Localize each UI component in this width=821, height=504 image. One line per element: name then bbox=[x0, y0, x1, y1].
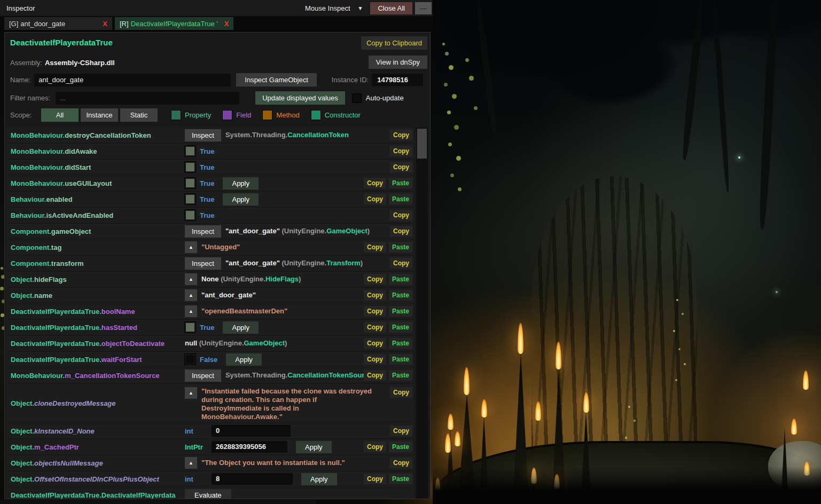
legend-label: Constructor bbox=[325, 111, 361, 119]
apply-button[interactable]: Apply bbox=[301, 473, 337, 485]
row-buttons: CopyPaste bbox=[364, 194, 412, 204]
copy-button[interactable]: Copy bbox=[364, 290, 386, 301]
value-checkbox[interactable] bbox=[185, 194, 196, 204]
value-input[interactable]: 8 bbox=[212, 473, 293, 485]
expand-arrow-icon[interactable]: ▲ bbox=[185, 387, 197, 399]
copy-button[interactable]: Copy bbox=[364, 338, 386, 349]
member-name: gameObject bbox=[51, 227, 91, 235]
close-tab-icon[interactable]: X bbox=[103, 20, 107, 28]
copy-button[interactable]: Copy bbox=[364, 274, 386, 285]
copy-to-clipboard-button[interactable]: Copy to Clipboard bbox=[361, 36, 427, 50]
apply-button[interactable]: Apply bbox=[226, 353, 262, 366]
declaring-class: Object. bbox=[11, 292, 34, 300]
member-name: objectToDeactivate bbox=[101, 340, 165, 348]
inspect-gameobject-button[interactable]: Inspect GameObject bbox=[236, 73, 317, 86]
apply-button[interactable]: Apply bbox=[223, 177, 259, 190]
inspect-button[interactable]: Inspect bbox=[185, 225, 221, 238]
close-tab-icon[interactable]: X bbox=[224, 20, 229, 28]
close-all-button[interactable]: Close All bbox=[370, 2, 412, 14]
paste-button[interactable]: Paste bbox=[389, 178, 412, 188]
evaluate-button[interactable]: Evaluate bbox=[185, 489, 231, 500]
mouse-inspect-dropdown[interactable]: Mouse Inspect ▼ bbox=[305, 4, 363, 12]
copy-button[interactable]: Copy bbox=[390, 426, 412, 436]
copy-button[interactable]: Copy bbox=[364, 442, 386, 452]
declaring-class: Component. bbox=[11, 227, 51, 235]
member-row: DeactivateIfPlayerdataTrue.boolName▲"ope… bbox=[6, 304, 414, 319]
value-checkbox[interactable] bbox=[185, 178, 196, 188]
paste-button[interactable]: Paste bbox=[389, 442, 412, 452]
row-buttons: CopyPaste bbox=[364, 242, 412, 253]
inspector-tab[interactable]: [R]DeactivateIfPlayerdataTrue 'X bbox=[115, 17, 233, 30]
copy-button[interactable]: Copy bbox=[390, 258, 412, 269]
update-values-button[interactable]: Update displayed values bbox=[255, 91, 345, 105]
copy-button[interactable]: Copy bbox=[390, 146, 412, 156]
scope-button-instance[interactable]: Instance bbox=[81, 108, 118, 122]
paste-button[interactable]: Paste bbox=[389, 474, 412, 484]
paste-button[interactable]: Paste bbox=[389, 274, 412, 285]
minimize-button[interactable]: — bbox=[415, 2, 432, 14]
scrollbar[interactable] bbox=[416, 128, 428, 499]
value-input[interactable]: 0 bbox=[212, 425, 291, 437]
expand-arrow-icon[interactable]: ▲ bbox=[185, 273, 197, 285]
copy-button[interactable]: Copy bbox=[364, 306, 386, 317]
scope-button-all[interactable]: All bbox=[41, 108, 79, 122]
copy-button[interactable]: Copy bbox=[364, 178, 386, 188]
copy-button[interactable]: Copy bbox=[390, 458, 412, 468]
copy-button[interactable]: Copy bbox=[390, 130, 412, 140]
paste-button[interactable]: Paste bbox=[389, 194, 412, 204]
value-checkbox[interactable] bbox=[185, 322, 196, 333]
scrollbar-thumb[interactable] bbox=[417, 129, 427, 159]
copy-button[interactable]: Copy bbox=[390, 387, 412, 398]
member-row: Object.cloneDestroyedMessage▲"Instantiat… bbox=[6, 384, 414, 422]
copy-button[interactable]: Copy bbox=[364, 370, 386, 381]
paste-button[interactable]: Paste bbox=[389, 322, 412, 333]
bottom-edge bbox=[0, 500, 316, 504]
copy-button[interactable]: Copy bbox=[364, 474, 386, 484]
expand-arrow-icon[interactable]: ▲ bbox=[185, 241, 197, 253]
member-label: MonoBehaviour.useGUILayout bbox=[6, 179, 185, 187]
value-text: "ant_door_gate" (UnityEngine.Transform) bbox=[225, 259, 363, 267]
paste-button[interactable]: Paste bbox=[389, 242, 412, 253]
apply-button[interactable]: Apply bbox=[223, 321, 259, 334]
paste-button[interactable]: Paste bbox=[389, 306, 412, 317]
value-text: "The Object you want to instantiate is n… bbox=[201, 459, 345, 467]
view-in-dnspy-button[interactable]: View in dnSpy bbox=[369, 56, 427, 69]
expand-arrow-icon[interactable]: ▲ bbox=[185, 457, 197, 469]
copy-button[interactable]: Copy bbox=[364, 354, 386, 365]
auto-update-checkbox[interactable] bbox=[353, 94, 361, 103]
value-checkbox[interactable] bbox=[185, 210, 196, 220]
expand-arrow-icon[interactable]: ▲ bbox=[185, 305, 197, 317]
copy-button[interactable]: Copy bbox=[390, 226, 412, 237]
declaring-class: DeactivateIfPlayerdataTrue. bbox=[11, 308, 101, 316]
member-name: hasStarted bbox=[101, 324, 137, 332]
copy-button[interactable]: Copy bbox=[390, 162, 412, 172]
apply-button[interactable]: Apply bbox=[296, 441, 332, 453]
copy-button[interactable]: Copy bbox=[364, 322, 386, 333]
copy-button[interactable]: Copy bbox=[364, 242, 386, 253]
copy-button[interactable]: Copy bbox=[390, 210, 412, 220]
value-checkbox[interactable] bbox=[185, 162, 196, 172]
paste-button[interactable]: Paste bbox=[389, 338, 412, 349]
inspect-button[interactable]: Inspect bbox=[185, 257, 221, 270]
paste-button[interactable]: Paste bbox=[389, 354, 412, 365]
inspect-button[interactable]: Inspect bbox=[185, 369, 221, 382]
value-input[interactable]: 2628839395056 bbox=[212, 441, 287, 453]
member-label: Object.objectIsNullMessage bbox=[6, 459, 185, 467]
legend-item: Method bbox=[263, 111, 299, 120]
inspect-button[interactable]: Inspect bbox=[185, 129, 221, 141]
value-checkbox[interactable] bbox=[185, 354, 196, 365]
moss-cluster bbox=[442, 43, 445, 45]
paste-button[interactable]: Paste bbox=[389, 370, 412, 381]
inspector-tab[interactable]: [G]ant_door_gateX bbox=[4, 17, 112, 30]
expand-arrow-icon[interactable]: ▲ bbox=[185, 289, 197, 301]
name-input[interactable] bbox=[34, 74, 231, 86]
scope-label: Scope: bbox=[10, 111, 41, 119]
value-checkbox[interactable] bbox=[185, 146, 196, 156]
filter-input[interactable] bbox=[56, 92, 239, 105]
scope-button-static[interactable]: Static bbox=[120, 108, 158, 122]
paste-button[interactable]: Paste bbox=[389, 290, 412, 301]
row-buttons: CopyPaste bbox=[364, 370, 412, 381]
member-row: MonoBehaviour.destroyCancellationTokenIn… bbox=[6, 128, 414, 143]
copy-button[interactable]: Copy bbox=[364, 194, 386, 204]
apply-button[interactable]: Apply bbox=[223, 193, 259, 206]
